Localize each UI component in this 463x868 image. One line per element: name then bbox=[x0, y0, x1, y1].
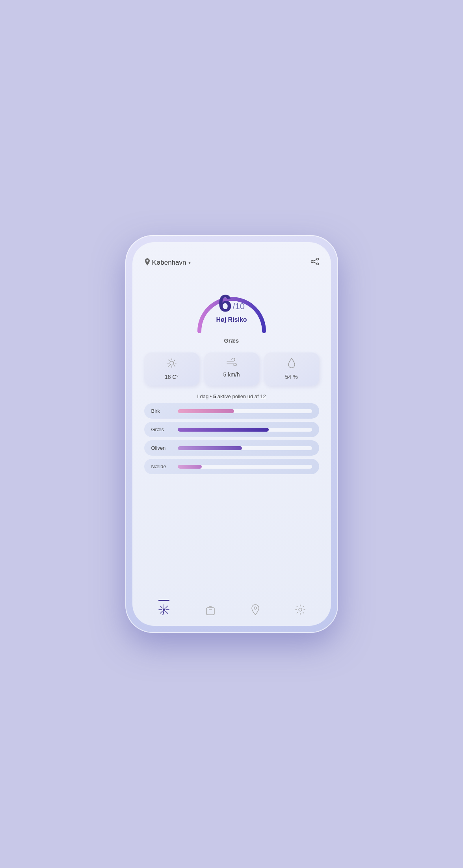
svg-point-27 bbox=[299, 608, 302, 611]
svg-point-0 bbox=[316, 258, 318, 260]
nav-location[interactable] bbox=[251, 604, 260, 618]
wind-icon bbox=[226, 358, 237, 368]
pollen-fill-birk bbox=[178, 409, 234, 413]
pollen-bar-oliven[interactable]: Oliven bbox=[144, 440, 319, 456]
wind-value: 5 km/h bbox=[223, 371, 240, 378]
share-icon[interactable] bbox=[311, 258, 319, 267]
gauge-risk-label: Høj Risiko bbox=[216, 316, 247, 323]
svg-line-22 bbox=[160, 611, 162, 614]
svg-line-12 bbox=[168, 365, 169, 366]
phone-screen: København ▾ bbox=[132, 242, 331, 626]
pollen-track-graes bbox=[178, 428, 312, 432]
pollen-track-birk bbox=[178, 409, 312, 413]
location-selector[interactable]: København ▾ bbox=[144, 258, 191, 267]
temperature-card: 18 C° bbox=[144, 352, 199, 386]
svg-line-13 bbox=[174, 360, 175, 361]
pollen-summary: I dag • 5 aktive pollen ud af 12 bbox=[144, 393, 319, 399]
pollen-bar-birk[interactable]: Birk bbox=[144, 403, 319, 419]
sun-icon bbox=[167, 358, 177, 371]
location-nav-icon bbox=[251, 604, 260, 618]
bottom-nav bbox=[132, 598, 331, 626]
pollen-fill-naelde bbox=[178, 465, 202, 469]
humidity-card: 54 % bbox=[264, 352, 319, 386]
notch bbox=[204, 242, 259, 253]
pollen-track-oliven bbox=[178, 446, 312, 450]
chevron-down-icon: ▾ bbox=[188, 260, 191, 265]
gauge-denom: /10 bbox=[232, 301, 245, 311]
gauge-svg: 6/10 Høj Risiko bbox=[188, 273, 275, 336]
pollen-type-label: Græs bbox=[224, 338, 239, 344]
phone-frame: København ▾ bbox=[125, 235, 338, 633]
pollen-name-graes: Græs bbox=[151, 427, 173, 432]
header: København ▾ bbox=[144, 258, 319, 267]
gauge-container: 6/10 Høj Risiko Græs bbox=[144, 273, 319, 344]
pollen-bar-graes[interactable]: Græs bbox=[144, 422, 319, 437]
svg-point-1 bbox=[316, 263, 318, 265]
pollen-summary-prefix: I dag • bbox=[197, 393, 213, 399]
svg-point-5 bbox=[170, 361, 174, 365]
humidity-value: 54 % bbox=[285, 374, 298, 380]
temperature-value: 18 C° bbox=[165, 374, 179, 380]
svg-rect-24 bbox=[206, 608, 214, 615]
svg-line-21 bbox=[165, 606, 168, 608]
drop-icon bbox=[288, 358, 295, 371]
dandelion-icon bbox=[158, 604, 170, 618]
svg-line-20 bbox=[165, 611, 168, 614]
gear-icon bbox=[295, 605, 305, 617]
pollen-track-naelde bbox=[178, 465, 312, 469]
pollen-fill-graes bbox=[178, 428, 269, 432]
pollen-fill-oliven bbox=[178, 446, 242, 450]
svg-line-10 bbox=[168, 360, 169, 361]
svg-line-3 bbox=[313, 260, 316, 261]
nav-shop[interactable] bbox=[205, 604, 216, 618]
svg-point-2 bbox=[311, 261, 313, 263]
nav-settings[interactable] bbox=[295, 605, 305, 617]
svg-line-4 bbox=[313, 262, 316, 263]
weather-cards: 18 C° 5 km/h bbox=[144, 352, 319, 386]
pollen-name-birk: Birk bbox=[151, 408, 173, 414]
pollen-summary-suffix: aktive pollen ud af 12 bbox=[216, 393, 266, 399]
pollen-name-oliven: Oliven bbox=[151, 445, 173, 451]
gauge-center-text: 6/10 Høj Risiko bbox=[216, 291, 247, 323]
pollen-name-naelde: Nælde bbox=[151, 464, 173, 469]
location-pin-icon bbox=[144, 258, 151, 267]
bag-icon bbox=[205, 604, 216, 618]
wind-card: 5 km/h bbox=[204, 352, 259, 386]
svg-line-11 bbox=[174, 365, 175, 366]
location-name: København bbox=[152, 259, 186, 267]
gauge-score: 6 bbox=[218, 289, 232, 317]
svg-point-26 bbox=[254, 607, 257, 609]
pollen-bars-list: Birk Græs Oliven bbox=[144, 403, 319, 595]
svg-point-14 bbox=[163, 608, 165, 611]
nav-home[interactable] bbox=[158, 604, 170, 618]
svg-line-19 bbox=[160, 606, 162, 608]
pollen-bar-naelde[interactable]: Nælde bbox=[144, 459, 319, 474]
